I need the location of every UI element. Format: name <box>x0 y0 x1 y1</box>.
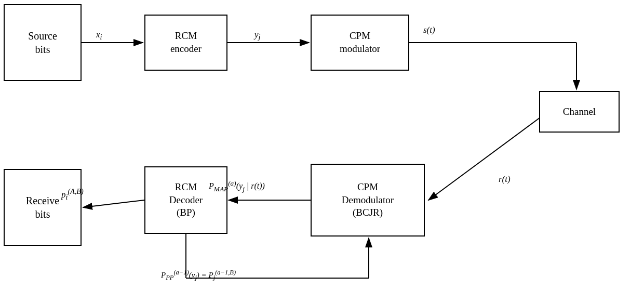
cpm-demodulator-label: CPM Demodulator (BCJR) <box>342 181 394 219</box>
rcm-decoder-label: RCM Decoder (BP) <box>169 181 203 219</box>
rcm-encoder-box: RCM encoder <box>144 15 227 71</box>
pmap-label: PMAP(a)(yj | r(t)) <box>209 179 265 193</box>
channel-label: Channel <box>563 106 596 119</box>
rt-label: r(t) <box>499 174 511 185</box>
cpm-demodulator-box: CPM Demodulator (BCJR) <box>311 164 425 237</box>
xi-label: xi <box>96 30 102 42</box>
feedback-label: PPP(a−1)(yj) = Pj(a−1,B) <box>161 269 236 282</box>
source-bits-label: Source bits <box>28 29 57 56</box>
source-bits-box: Source bits <box>4 4 82 81</box>
channel-box: Channel <box>539 91 620 133</box>
svg-line-5 <box>428 112 548 200</box>
cpm-modulator-box: CPM modulator <box>311 15 409 71</box>
diagram: Source bits RCM encoder CPM modulator Ch… <box>0 0 644 302</box>
cpm-modulator-label: CPM modulator <box>340 30 380 55</box>
pi-ab-label: pi(A,B) <box>61 187 84 202</box>
receive-bits-box: Receive bits <box>4 169 82 246</box>
yj-label: yj <box>254 30 260 42</box>
rcm-encoder-label: RCM encoder <box>170 30 202 55</box>
st-label: s(t) <box>423 25 435 35</box>
receive-bits-label: Receive bits <box>26 194 59 221</box>
svg-line-7 <box>83 200 144 207</box>
rcm-decoder-box: RCM Decoder (BP) <box>144 166 227 234</box>
